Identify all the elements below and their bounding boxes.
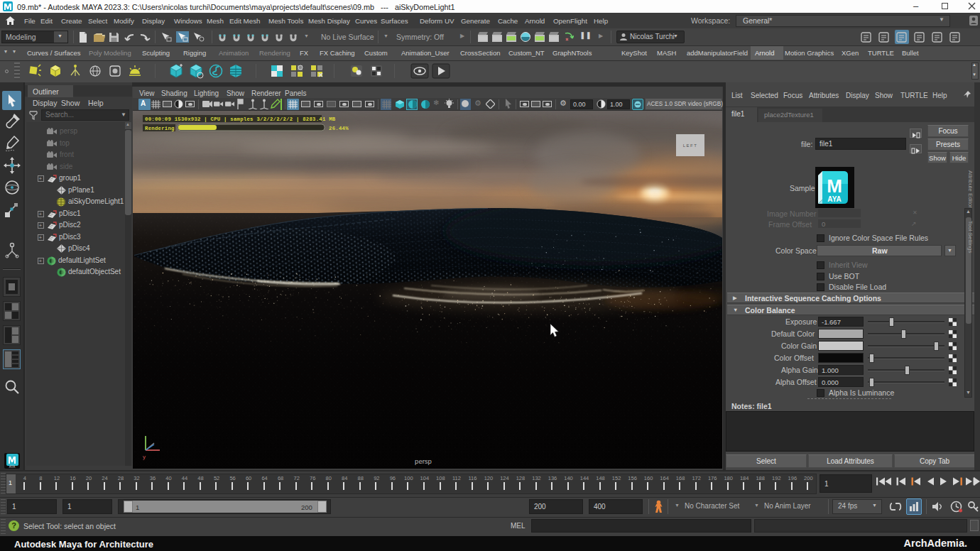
svg-text:AYA: AYA — [827, 195, 841, 203]
svg-text:AYA: AYA — [9, 465, 15, 469]
svg-text:00:00:09 1530x932 | CPU | samp: 00:00:09 1530x932 | CPU | samples 3/2/2/… — [145, 116, 336, 122]
svg-text:persp: persp — [415, 457, 432, 465]
svg-text:LEFT: LEFT — [683, 143, 698, 148]
svg-text:y: y — [143, 454, 146, 460]
svg-text:Rendering: Rendering — [145, 126, 175, 131]
svg-text:26.44%: 26.44% — [329, 126, 349, 131]
svg-text:M: M — [827, 175, 842, 197]
